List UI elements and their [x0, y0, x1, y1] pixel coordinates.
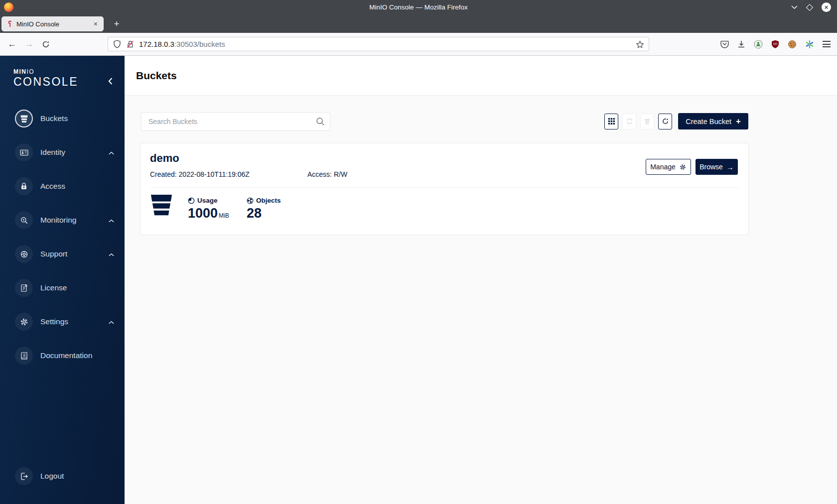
sidebar-item-documentation[interactable]: Documentation: [0, 339, 125, 373]
support-icon: [15, 245, 33, 263]
bucket-access: Access: R/W: [307, 170, 347, 178]
sidebar-item-label: Identity: [40, 148, 65, 157]
buckets-toolbar: Create Bucket+: [604, 113, 748, 129]
bucket-name[interactable]: demo: [150, 152, 179, 165]
minio-favicon-icon: [6, 20, 12, 27]
sidebar-item-buckets[interactable]: Buckets: [0, 102, 125, 135]
sidebar-item-access[interactable]: Access: [0, 169, 125, 203]
sidebar-item-label: Settings: [40, 317, 68, 326]
url-bar[interactable]: 172.18.0.3:30503/buckets: [108, 37, 649, 51]
connection-not-secure-lock-icon[interactable]: [127, 40, 134, 48]
forward-button: →: [21, 33, 37, 55]
sidebar: MINIO CONSOLE Buckets Identity: [0, 56, 125, 504]
browser-tab-minio-console[interactable]: MinIO Console ×: [1, 16, 104, 31]
window-titlebar: MinIO Console — Mozilla Firefox ×: [0, 0, 837, 14]
pocket-icon[interactable]: [720, 40, 729, 48]
window-close-button[interactable]: ×: [822, 2, 831, 12]
url-text: 172.18.0.3:30503/buckets: [139, 40, 225, 48]
menu-hamburger-icon[interactable]: [823, 41, 831, 47]
usage-label: Usage: [197, 197, 218, 204]
sidebar-item-label: Buckets: [40, 114, 68, 123]
sidebar-item-license[interactable]: License: [0, 271, 125, 305]
usage-pie-icon: [188, 197, 195, 204]
plus-icon: +: [736, 117, 741, 126]
page-header: Buckets: [125, 56, 837, 96]
chevron-up-icon: [109, 216, 114, 225]
sidebar-item-label: License: [40, 283, 67, 292]
sidebar-item-monitoring[interactable]: Monitoring: [0, 203, 125, 237]
screen: MinIO Console — Mozilla Firefox × MinIO …: [0, 0, 837, 504]
usage-value: 1000MiB: [188, 206, 239, 221]
grid-view-button[interactable]: [604, 114, 618, 129]
sidebar-item-settings[interactable]: Settings: [0, 305, 125, 339]
buckets-icon: [15, 110, 33, 127]
buckets-content: Create Bucket+ demo Created: 2022-08-10T…: [125, 96, 837, 504]
sidebar-item-support[interactable]: Support: [0, 237, 125, 271]
set-replication-button: [622, 114, 636, 129]
sidebar-menu: Buckets Identity Access: [0, 102, 125, 373]
extension-asterisk-icon[interactable]: [805, 40, 814, 49]
cookie-extension-icon[interactable]: [788, 40, 797, 49]
svg-text:UO: UO: [773, 42, 778, 45]
license-document-icon: [15, 279, 33, 297]
tab-close-icon[interactable]: ×: [93, 20, 99, 28]
search-buckets-box: [141, 112, 330, 131]
objects-value: 28: [247, 206, 281, 221]
new-tab-button[interactable]: +: [110, 16, 124, 31]
bucket-created: Created: 2022-08-10T11:19:06Z: [150, 170, 250, 178]
back-button[interactable]: ←: [4, 33, 20, 55]
ublock-origin-icon[interactable]: UO: [771, 40, 779, 48]
logout-icon: [15, 467, 33, 485]
window-maximize-button[interactable]: [807, 5, 812, 10]
card-divider: [150, 187, 739, 188]
minio-console-logo: MINIO CONSOLE: [0, 56, 125, 88]
tab-title: MinIO Console: [16, 20, 93, 28]
search-icon: [316, 117, 325, 128]
chevron-up-icon: [109, 317, 114, 326]
bucket-icon: [150, 194, 173, 219]
gear-icon: [679, 163, 687, 171]
magnifier-icon: [15, 211, 33, 229]
reload-button[interactable]: [38, 33, 54, 55]
objects-icon: [247, 197, 254, 204]
sidebar-item-label: Documentation: [40, 351, 92, 360]
chevron-up-icon: [109, 148, 114, 157]
sidebar-item-logout[interactable]: Logout: [0, 459, 125, 493]
refresh-button[interactable]: [658, 114, 672, 129]
browser-toolbar: ← → 172.18.0.3:30503/buckets UO: [0, 33, 837, 56]
sidebar-item-label: Support: [40, 250, 67, 258]
create-bucket-button[interactable]: Create Bucket+: [678, 113, 748, 129]
sidebar-collapse-button[interactable]: [108, 78, 113, 87]
search-buckets-input[interactable]: [141, 112, 330, 131]
bucket-card-demo: demo Created: 2022-08-10T11:19:06Z Acces…: [140, 143, 749, 235]
lock-icon: [15, 177, 33, 195]
firefox-logo-icon: [4, 2, 13, 12]
delete-buckets-button: [640, 114, 654, 129]
sidebar-item-identity[interactable]: Identity: [0, 135, 125, 169]
manage-button[interactable]: Manage: [646, 159, 691, 175]
extension-green-icon[interactable]: [754, 40, 763, 49]
arrow-right-icon: →: [726, 163, 734, 171]
identity-card-icon: [15, 143, 33, 161]
downloads-icon[interactable]: [737, 40, 745, 48]
sidebar-item-label: Access: [40, 182, 65, 191]
sidebar-item-label: Monitoring: [40, 216, 76, 225]
page-title: Buckets: [136, 70, 177, 82]
bookmark-star-icon[interactable]: [636, 40, 644, 51]
bucket-metrics: Usage 1000MiB Objects: [150, 194, 281, 221]
objects-label: Objects: [256, 197, 281, 204]
chevron-up-icon: [109, 250, 114, 258]
sidebar-item-label: Logout: [40, 472, 64, 481]
tab-bar: MinIO Console × +: [0, 14, 837, 33]
browse-button[interactable]: Browse →: [696, 159, 738, 175]
window-minimize-button[interactable]: [791, 5, 798, 9]
documentation-book-icon: [15, 347, 33, 365]
gear-icon: [15, 313, 33, 331]
shield-icon[interactable]: [113, 40, 121, 48]
window-title: MinIO Console — Mozilla Firefox: [0, 3, 837, 11]
